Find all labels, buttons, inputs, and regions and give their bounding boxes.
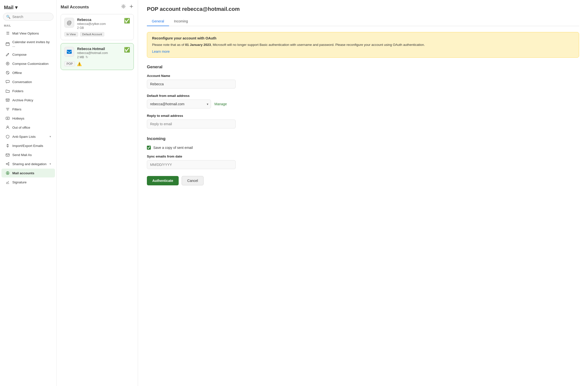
calendar-icon [5, 42, 10, 46]
sidebar-item-conversation[interactable]: Conversation [1, 77, 55, 86]
tag-default-account: Default Account [80, 32, 105, 37]
action-buttons: Authenticate Cancel [147, 176, 579, 185]
save-copy-field-group: Save a copy of sent email [147, 146, 579, 150]
account-info-zylker: Rebecca rebecca@zylker.com 2 GB [77, 18, 121, 30]
sidebar-item-mail-view-options[interactable]: ☰ Mail View Options [1, 29, 55, 38]
sidebar-item-label: Conversation [12, 80, 32, 84]
sidebar-item-label: Compose [12, 53, 27, 56]
account-email-hotmail: rebecca@hotmail.com [77, 51, 121, 55]
alert-text-after: , Microsoft will no longer support Basic… [211, 43, 425, 47]
account-card-rebecca-zylker[interactable]: @ Rebecca rebecca@zylker.com 2 GB ✅ In V… [61, 14, 134, 40]
svg-rect-0 [6, 43, 9, 46]
authenticate-button[interactable]: Authenticate [147, 176, 179, 185]
oauth-alert: Reconfigure your account with OAuth Plea… [147, 32, 579, 58]
sidebar-item-label: Import/Export Emails [12, 144, 43, 148]
sidebar-item-label: Hotkeys [12, 117, 24, 120]
sidebar-item-offline[interactable]: Offline [1, 68, 55, 77]
middle-header-actions [121, 4, 134, 10]
default-email-select-wrapper: rebecca@hotmail.com [147, 100, 211, 108]
sidebar-item-compose-customization[interactable]: Compose Customization [1, 59, 55, 68]
reply-email-input[interactable] [147, 120, 236, 129]
add-icon[interactable] [129, 4, 134, 10]
main-content: POP account rebecca@hotmail.com General … [138, 0, 588, 386]
search-box[interactable]: 🔍 [3, 13, 53, 21]
signature-icon [5, 180, 10, 184]
default-email-row: rebecca@hotmail.com Manage [147, 100, 579, 108]
sidebar-item-anti-spam[interactable]: Anti-Spam Lists ▾ [1, 132, 55, 141]
hotkeys-icon [5, 116, 10, 121]
account-check-hotmail: ✅ [124, 47, 130, 53]
svg-point-18 [6, 163, 7, 164]
filters-icon [5, 107, 10, 111]
sidebar-item-label: Mail accounts [12, 171, 34, 175]
svg-point-23 [6, 172, 9, 174]
svg-line-22 [7, 164, 8, 165]
reply-email-field-group: Reply to email address [147, 114, 579, 129]
account-size-zylker: 2 GB [77, 26, 121, 30]
sidebar-item-filters[interactable]: Filters [1, 105, 55, 114]
warning-icon: ⚠️ [77, 62, 82, 66]
anti-spam-chevron: ▾ [49, 135, 51, 138]
tab-general[interactable]: General [147, 17, 169, 26]
svg-rect-11 [6, 99, 9, 100]
sidebar-item-label: Signature [12, 180, 27, 184]
svg-point-20 [8, 164, 9, 165]
save-copy-checkbox[interactable] [147, 146, 151, 150]
sharing-icon [5, 162, 10, 166]
sidebar-nav: ☰ Mail View Options Calendar event invit… [0, 29, 56, 187]
offline-icon [5, 70, 10, 75]
svg-rect-10 [6, 80, 9, 83]
sync-date-field-group: Sync emails from date [147, 154, 579, 169]
import-export-icon [5, 144, 10, 148]
svg-line-9 [6, 71, 9, 74]
sidebar-item-label: Anti-Spam Lists [12, 135, 36, 139]
alert-bold-date: 01 January 2023 [185, 43, 211, 47]
svg-point-19 [8, 162, 9, 163]
default-email-field-group: Default from email address rebecca@hotma… [147, 94, 579, 108]
alert-text-before: Please note that as of [152, 43, 185, 47]
search-input[interactable] [12, 15, 50, 19]
anti-spam-icon [5, 134, 10, 139]
sidebar: Mail ▾ 🔍 MAIL ☰ Mail View Options Calend… [0, 0, 57, 386]
sidebar-item-compose[interactable]: Compose [1, 50, 55, 59]
page-title: POP account rebecca@hotmail.com [147, 6, 579, 12]
account-name-label: Account Name [147, 74, 579, 78]
account-card-rebecca-hotmail[interactable]: Rebecca Hotmail rebecca@hotmail.com 2 MB… [61, 43, 134, 70]
sidebar-item-folders[interactable]: Folders [1, 86, 55, 95]
sidebar-item-archive-policy[interactable]: Archive Policy [1, 96, 55, 105]
sidebar-item-signature[interactable]: Signature [1, 178, 55, 187]
sidebar-item-calendar-event[interactable]: Calendar event invites by ... [1, 38, 55, 50]
section-label-mail: MAIL [0, 24, 56, 29]
settings-icon[interactable] [121, 4, 126, 10]
account-check-zylker: ✅ [124, 18, 130, 24]
search-icon: 🔍 [6, 15, 10, 19]
app-title-text: Mail [4, 5, 14, 10]
account-name-field-group: Account Name [147, 74, 579, 88]
account-name-input[interactable] [147, 80, 236, 88]
app-title[interactable]: Mail ▾ [0, 0, 56, 13]
sharing-chevron: ▾ [49, 162, 51, 166]
sidebar-item-out-of-office[interactable]: Out of office [1, 123, 55, 132]
send-mail-as-icon [5, 152, 10, 157]
tag-in-view: In View [64, 32, 78, 37]
account-footer-hotmail: POP ⚠️ [64, 61, 130, 66]
sidebar-item-import-export[interactable]: Import/Export Emails [1, 141, 55, 150]
learn-more-link[interactable]: Learn more [152, 49, 170, 53]
sidebar-item-label: Out of office [12, 126, 30, 129]
default-email-select[interactable]: rebecca@hotmail.com [147, 100, 211, 108]
app-title-chevron: ▾ [15, 4, 18, 10]
manage-link[interactable]: Manage [214, 102, 227, 106]
account-name-hotmail: Rebecca Hotmail [77, 47, 121, 51]
sidebar-item-mail-accounts[interactable]: Mail accounts [1, 169, 55, 177]
sidebar-item-hotkeys[interactable]: Hotkeys [1, 114, 55, 123]
sidebar-item-sharing-delegation[interactable]: Sharing and delegation ▾ [1, 159, 55, 168]
cancel-button[interactable]: Cancel [182, 176, 204, 185]
tab-incoming[interactable]: Incoming [169, 17, 193, 26]
account-name-zylker: Rebecca [77, 18, 121, 22]
account-type-pop: POP [64, 61, 75, 66]
sync-date-input[interactable] [147, 160, 236, 169]
refresh-icon[interactable]: ↻ [85, 55, 88, 59]
sidebar-item-label: Send Mail As [12, 153, 32, 157]
account-tags-zylker: In View Default Account [64, 32, 130, 37]
sidebar-item-send-mail-as[interactable]: Send Mail As [1, 150, 55, 159]
